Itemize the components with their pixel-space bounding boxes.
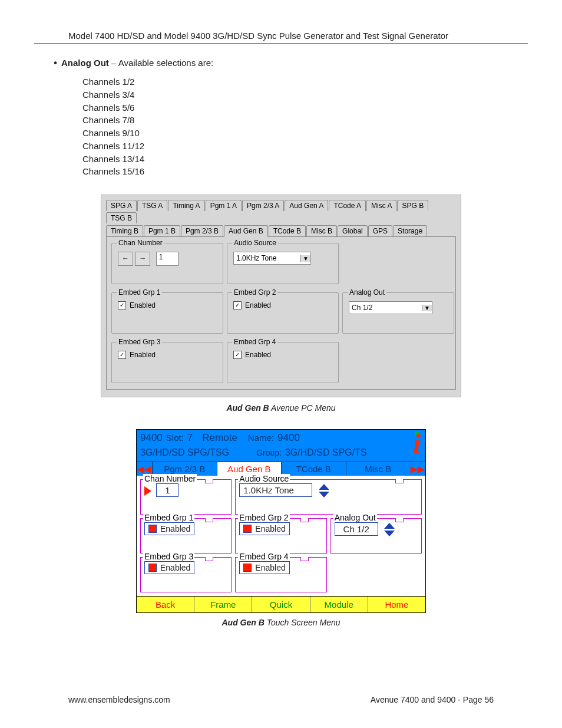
pc-tab[interactable]: Aud Gen A: [285, 200, 328, 211]
touch-bottom-frame[interactable]: Frame: [194, 597, 252, 612]
bullet-tail: – Available selections are:: [109, 58, 213, 68]
embed2-checkbox[interactable]: ✓: [233, 301, 242, 309]
bullet-label: Analog Out: [61, 58, 109, 68]
channel-list-item: Channels 15/16: [82, 165, 513, 178]
groupbox-title: Audio Source: [232, 239, 278, 247]
ts-group-audio-source: Audio Source 1.0KHz Tone: [235, 479, 422, 515]
groupbox-title: Embed Grp 1: [117, 288, 162, 297]
embed3-checkbox[interactable]: Enabled: [144, 561, 194, 574]
pc-tab[interactable]: Misc A: [366, 200, 396, 211]
embed3-checkbox[interactable]: ✓: [118, 351, 126, 359]
embed1-label: Enabled: [130, 301, 156, 309]
ts-group-analog-out: Analog Out Ch 1/2: [330, 518, 422, 554]
pc-tab[interactable]: SPG B: [397, 200, 428, 211]
audio-source-value[interactable]: 1.0KHz Tone: [239, 483, 312, 497]
audio-source-stepper[interactable]: [319, 484, 329, 498]
pc-tab[interactable]: Global: [338, 225, 368, 236]
pc-tab[interactable]: TCode A: [329, 200, 366, 211]
pc-tab[interactable]: Pgm 1 B: [144, 225, 180, 236]
embed4-checkbox[interactable]: ✓: [233, 351, 242, 359]
embed2-label: Enabled: [245, 301, 271, 309]
touch-tab[interactable]: TCode B: [281, 462, 346, 476]
pc-menu-window: SPG ATSG ATiming APgm 1 APgm 2/3 AAud Ge…: [101, 195, 461, 397]
group-title: Audio Source: [238, 474, 290, 483]
touch-menu-header: i 9400 Slot: 7 Remote Name: 9400: [137, 430, 425, 447]
embed4-checkbox[interactable]: Enabled: [239, 561, 289, 574]
footer-right: Avenue 7400 and 9400 - Page 56: [371, 695, 494, 704]
channel-list-item: Channels 13/14: [82, 153, 513, 166]
touch-bottom-module[interactable]: Module: [310, 597, 368, 612]
groupbox-title: Embed Grp 4: [232, 338, 277, 346]
pc-menu-tabs-row1: SPG ATSG ATiming APgm 1 APgm 2/3 AAud Ge…: [106, 199, 456, 223]
audio-source-dropdown[interactable]: 1.0KHz Tone ▼: [233, 252, 311, 265]
info-icon[interactable]: i: [413, 432, 421, 456]
chan-prev-button[interactable]: ←: [118, 252, 133, 266]
pc-tab[interactable]: Pgm 2/3 A: [242, 200, 284, 211]
caption-touch-menu: Aud Gen B Touch Screen Menu: [49, 618, 513, 627]
embed1-checkbox[interactable]: ✓: [118, 301, 126, 309]
pc-tab[interactable]: TSG B: [106, 212, 137, 223]
groupbox-embed1: Embed Grp 1 ✓ Enabled: [111, 292, 223, 334]
pc-tab[interactable]: SPG A: [106, 200, 137, 211]
empty-cell: [330, 557, 422, 592]
groupbox-embed4: Embed Grp 4 ✓ Enabled: [227, 342, 339, 383]
dropdown-value: 1.0KHz Tone: [234, 254, 300, 262]
channel-list-item: Channels 1/2: [82, 75, 513, 88]
chan-next-button[interactable]: →: [135, 252, 150, 266]
touch-menu-subheader: 3G/HD/SD SPG/TSG Group: 3G/HD/SD SPG/TS: [137, 447, 425, 462]
touch-bottom-back[interactable]: Back: [137, 597, 194, 612]
touch-bottom-home[interactable]: Home: [368, 597, 425, 612]
embed3-label: Enabled: [160, 563, 190, 572]
pc-tab[interactable]: Pgm 2/3 B: [181, 225, 223, 236]
pc-tab[interactable]: GPS: [368, 225, 392, 236]
chevron-down-icon[interactable]: ▼: [300, 255, 310, 262]
analog-out-value[interactable]: Ch 1/2: [335, 522, 378, 536]
group-value: 3G/HD/SD SPG/TS: [285, 447, 367, 458]
tabs-prev-button[interactable]: ◀◀: [137, 464, 152, 475]
groupbox-title: Chan Number: [117, 239, 164, 247]
slot-key: Slot:: [166, 433, 184, 443]
embed2-checkbox[interactable]: Enabled: [239, 522, 289, 535]
play-icon[interactable]: [144, 486, 151, 496]
tabs-next-button[interactable]: ▶▶: [410, 464, 425, 475]
bullet-analog-out: • Analog Out – Available selections are:: [49, 58, 513, 68]
pc-tab[interactable]: Pgm 1 A: [206, 200, 242, 211]
pc-tab[interactable]: Misc B: [306, 225, 337, 236]
embed1-checkbox[interactable]: Enabled: [144, 522, 194, 535]
group-title: Embed Grp 1: [143, 513, 194, 522]
ts-group-embed4: Embed Grp 4 Enabled: [235, 557, 326, 592]
pc-tab[interactable]: TSG A: [137, 200, 167, 211]
groupbox-title: Analog Out: [348, 288, 386, 297]
groupbox-embed2: Embed Grp 2 ✓ Enabled: [227, 292, 339, 334]
page-header: Model 7400 HD/SD and Model 9400 3G/HD/SD…: [34, 31, 528, 44]
chan-number-field[interactable]: 1: [156, 252, 178, 266]
groupbox-title: Embed Grp 2: [232, 288, 277, 297]
empty-cell: [342, 342, 454, 383]
groupbox-analog-out: Analog Out Ch 1/2 ▼: [342, 292, 454, 334]
channel-list-item: Channels 7/8: [82, 114, 513, 127]
pc-tab[interactable]: Aud Gen B: [224, 225, 268, 237]
analog-out-stepper[interactable]: [384, 523, 395, 536]
analog-out-dropdown[interactable]: Ch 1/2 ▼: [349, 301, 432, 314]
chevron-down-icon[interactable]: ▼: [422, 305, 432, 311]
footer-left: www.ensembledesigns.com: [68, 695, 170, 704]
group-title: Chan Number: [143, 474, 197, 483]
pc-tab[interactable]: Timing A: [168, 200, 204, 211]
pc-tab[interactable]: Timing B: [106, 225, 143, 236]
bullet-dot: •: [49, 58, 61, 68]
channel-list-item: Channels 5/6: [82, 101, 513, 114]
chan-number-value[interactable]: 1: [156, 483, 178, 497]
touch-menu-bottom-bar: BackFrameQuickModuleHome: [137, 596, 425, 612]
pc-menu-tabs-row2: Timing BPgm 1 BPgm 2/3 BAud Gen BTCode B…: [106, 223, 456, 236]
groupbox-chan-number: Chan Number ← → 1: [111, 243, 223, 284]
ts-group-embed3: Embed Grp 3 Enabled: [140, 557, 232, 592]
touch-bottom-quick[interactable]: Quick: [252, 597, 310, 612]
channel-list: Channels 1/2Channels 3/4Channels 5/6Chan…: [82, 75, 513, 178]
empty-cell: [342, 243, 454, 284]
channel-list-item: Channels 11/12: [82, 140, 513, 153]
touch-tab[interactable]: Misc B: [346, 462, 411, 476]
pc-tab[interactable]: TCode B: [269, 225, 306, 236]
pc-tab[interactable]: Storage: [393, 225, 427, 236]
group-title: Embed Grp 4: [238, 552, 289, 561]
ts-group-chan-number: Chan Number 1: [140, 479, 232, 515]
